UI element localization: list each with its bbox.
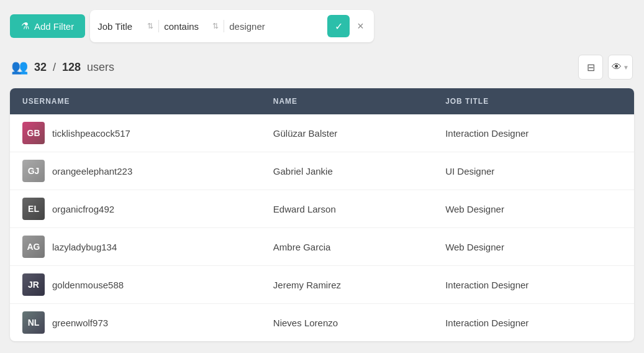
username-cell: AG lazyladybug134: [10, 228, 261, 266]
view-options-button[interactable]: 👁 ▼: [608, 55, 633, 80]
name-cell: Jeremy Ramirez: [261, 266, 433, 304]
col-job-title: JOB TITLE: [433, 88, 634, 114]
table-row[interactable]: GB ticklishpeacock517 Gülüzar BalsterInt…: [10, 114, 634, 152]
header-row: USERNAME NAME JOB TITLE: [10, 88, 634, 114]
add-filter-button[interactable]: ⚗ Add Filter: [10, 14, 85, 38]
clear-filter-button[interactable]: ×: [355, 17, 366, 35]
operator-select[interactable]: contains equals starts with ends with: [164, 21, 219, 32]
table-header: USERNAME NAME JOB TITLE: [10, 88, 634, 114]
job-title-cell: Web Designer: [433, 228, 634, 266]
divider-2: [224, 20, 224, 32]
job-title-cell: Web Designer: [433, 190, 634, 228]
confirm-filter-button[interactable]: ✓: [327, 15, 350, 37]
operator-select-wrapper: contains equals starts with ends with: [164, 21, 219, 32]
copy-button[interactable]: ⊟: [578, 55, 603, 80]
divider-1: [158, 20, 159, 32]
username-cell: GB ticklishpeacock517: [10, 114, 261, 152]
avatar: AG: [22, 236, 45, 258]
filter-icon: ⚗: [21, 21, 29, 32]
name-cell: Ambre Garcia: [261, 228, 433, 266]
username-text: ticklishpeacock517: [52, 128, 130, 139]
filter-bar: ⚗ Add Filter Job Title Name Username Ema…: [10, 10, 634, 42]
action-buttons: ⊟ 👁 ▼: [578, 55, 633, 80]
name-cell: Gülüzar Balster: [261, 114, 433, 152]
username-text: organicfrog492: [52, 204, 114, 214]
avatar-initials: GB: [22, 122, 45, 144]
avatar: NL: [22, 311, 45, 334]
col-name: NAME: [261, 88, 433, 114]
username-text: orangeelephant223: [52, 166, 132, 176]
job-title-cell: Interaction Designer: [433, 114, 634, 152]
job-title-cell: UI Designer: [433, 152, 634, 190]
view-options-content: 👁 ▼: [612, 62, 629, 73]
job-title-cell: Interaction Designer: [433, 304, 634, 342]
table-row[interactable]: JR goldenmouse588 Jeremy RamirezInteract…: [10, 266, 634, 304]
avatar-initials: JR: [22, 273, 45, 296]
name-cell: Edward Larson: [261, 190, 433, 228]
table-body: GB ticklishpeacock517 Gülüzar BalsterInt…: [10, 114, 634, 341]
job-title-cell: Interaction Designer: [433, 266, 634, 304]
checkmark-icon: ✓: [335, 21, 343, 32]
name-cell: Gabriel Jankie: [261, 152, 433, 190]
total-count: 128: [62, 61, 81, 74]
close-icon: ×: [357, 20, 364, 32]
username-cell: NL greenwolf973: [10, 304, 261, 342]
avatar-initials: NL: [22, 311, 45, 334]
field-select[interactable]: Job Title Name Username Email: [98, 21, 153, 32]
avatar-initials: GJ: [22, 160, 45, 182]
username-text: goldenmouse588: [52, 280, 124, 290]
users-icon: 👥: [11, 59, 28, 75]
avatar-initials: AG: [22, 236, 45, 258]
users-table: USERNAME NAME JOB TITLE GB ticklishpeaco…: [10, 88, 634, 341]
table-row[interactable]: GJ orangeelephant223 Gabriel JankieUI De…: [10, 152, 634, 190]
username-text: greenwolf973: [52, 318, 108, 328]
filter-value-input[interactable]: [229, 21, 322, 32]
filtered-count: 32: [34, 61, 47, 74]
dropdown-arrow-icon: ▼: [623, 64, 629, 71]
copy-icon: ⊟: [587, 62, 595, 73]
field-select-wrapper: Job Title Name Username Email: [98, 21, 153, 32]
add-filter-label: Add Filter: [34, 21, 74, 32]
users-label: users: [87, 61, 114, 74]
username-cell: EL organicfrog492: [10, 190, 261, 228]
avatar: EL: [22, 198, 45, 220]
username-text: lazyladybug134: [52, 242, 117, 252]
users-table-container: USERNAME NAME JOB TITLE GB ticklishpeaco…: [10, 88, 634, 341]
eye-icon: 👁: [612, 62, 622, 73]
table-row[interactable]: NL greenwolf973 Nieves LorenzoInteractio…: [10, 304, 634, 342]
table-row[interactable]: AG lazyladybug134 Ambre GarciaWeb Design…: [10, 228, 634, 266]
filter-group: Job Title Name Username Email contains e…: [90, 10, 374, 42]
avatar-initials: EL: [22, 198, 45, 220]
col-username: USERNAME: [10, 88, 261, 114]
username-cell: JR goldenmouse588: [10, 266, 261, 304]
user-count-display: 👥 32 / 128 users: [11, 59, 114, 75]
avatar: GB: [22, 122, 45, 144]
count-separator: /: [53, 61, 56, 74]
avatar: GJ: [22, 160, 45, 182]
avatar: JR: [22, 273, 45, 296]
table-row[interactable]: EL organicfrog492 Edward LarsonWeb Desig…: [10, 190, 634, 228]
username-cell: GJ orangeelephant223: [10, 152, 261, 190]
user-summary: 👥 32 / 128 users ⊟ 👁 ▼: [10, 55, 634, 80]
name-cell: Nieves Lorenzo: [261, 304, 433, 342]
